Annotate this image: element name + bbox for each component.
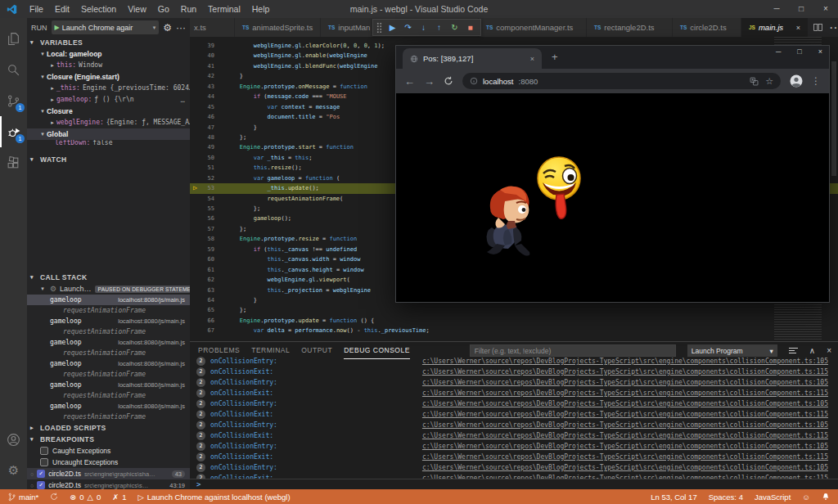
maximize-button[interactable]: □ xyxy=(789,0,813,18)
bookmark-star-icon[interactable]: ☆ xyxy=(765,76,773,87)
tools-indicator[interactable]: ✗ 1 xyxy=(112,493,126,502)
toolbar-drag-handle[interactable] xyxy=(376,22,382,33)
indentation[interactable]: Spaces: 4 xyxy=(709,493,743,502)
console-source-link[interactable]: c:\Users\Werner\source\repos\DevBlogProj… xyxy=(422,464,828,471)
checkbox-unchecked[interactable] xyxy=(40,458,48,466)
stack-frame[interactable]: requestAnimationFrame xyxy=(27,326,190,337)
variables-header[interactable]: ▾VARIABLES xyxy=(27,37,190,48)
new-tab-button[interactable]: + xyxy=(552,51,558,63)
close-button[interactable]: × xyxy=(813,0,838,18)
stack-frame[interactable]: gamelooplocalhost:8080/js/main.js xyxy=(27,295,190,305)
console-source-link[interactable]: c:\Users\Werner\source\repos\DevBlogProj… xyxy=(422,453,828,461)
browser-minimize-button[interactable]: ─ xyxy=(776,47,781,56)
debug-session-select[interactable]: Launch Program ▾ xyxy=(687,344,777,357)
loaded-scripts-header[interactable]: ▸LOADED SCRIPTS xyxy=(27,422,190,434)
address-bar[interactable]: localhost:8080 ☆ xyxy=(462,73,781,89)
call-stack-header[interactable]: ▾CALL STACK xyxy=(27,272,190,283)
variables-row[interactable]: leftDown:false xyxy=(27,140,190,146)
tab-rectangle2D.ts[interactable]: TSrectangle2D.ts xyxy=(587,18,673,37)
console-source-link[interactable]: c:\Users\Werner\source\repos\DevBlogProj… xyxy=(422,421,828,429)
more-editor-actions-icon[interactable]: ··· xyxy=(829,20,838,35)
restart-button[interactable]: ↻ xyxy=(448,23,462,32)
stack-frame[interactable]: requestAnimationFrame xyxy=(27,348,190,358)
variables-row[interactable]: ▾Closure xyxy=(27,106,190,117)
split-editor-icon[interactable] xyxy=(813,23,822,32)
browser-maximize-button[interactable]: □ xyxy=(797,47,801,56)
minimize-button[interactable]: ─ xyxy=(764,0,789,18)
stack-frame[interactable]: requestAnimationFrame xyxy=(27,412,190,421)
tab-circle2D.ts[interactable]: TScircle2D.ts xyxy=(673,18,741,37)
console-source-link[interactable]: c:\Users\Werner\source\repos\DevBlogProj… xyxy=(422,379,828,386)
menu-terminal[interactable]: Terminal xyxy=(202,4,246,14)
sync-icon[interactable] xyxy=(50,493,58,501)
branch-indicator[interactable]: main* xyxy=(8,493,38,502)
console-source-link[interactable]: c:\Users\Werner\source\repos\DevBlogProj… xyxy=(422,411,828,418)
console-source-link[interactable]: c:\Users\Werner\source\repos\DevBlogProj… xyxy=(422,389,828,397)
tab-componentManager.ts[interactable]: TScomponentManager.ts xyxy=(479,18,587,37)
exception-breakpoint-row[interactable]: Caught Exceptions xyxy=(27,445,190,457)
checkbox-checked[interactable]: ✓ xyxy=(37,470,45,478)
stack-frame[interactable]: gamelooplocalhost:8080/js/main.js xyxy=(27,380,190,390)
account-icon[interactable] xyxy=(0,424,27,455)
menu-run[interactable]: Run xyxy=(175,4,202,14)
feedback-smiley-icon[interactable]: ☺ xyxy=(802,493,810,502)
variables-row[interactable]: ▾Global xyxy=(27,128,190,140)
launch-config-dropdown[interactable]: ▶ Launch Chrome agair ▾ xyxy=(52,20,160,34)
variables-row[interactable]: ▸_this:Engine {_previousTime: 6024… xyxy=(27,83,190,94)
tab-x.ts[interactable]: x.ts xyxy=(190,18,235,37)
extensions-icon[interactable] xyxy=(0,147,27,178)
stack-frame[interactable]: gamelooplocalhost:8080/js/main.js xyxy=(27,316,190,326)
tab-close-icon[interactable]: × xyxy=(530,55,534,63)
variables-row[interactable]: ▾Closure (Engine.start) xyxy=(27,71,190,83)
reload-icon[interactable] xyxy=(444,76,453,86)
notifications-bell-icon[interactable] xyxy=(822,493,830,501)
console-source-link[interactable]: c:\Users\Werner\source\repos\DevBlogProj… xyxy=(422,443,828,450)
console-source-link[interactable]: c:\Users\Werner\source\repos\DevBlogProj… xyxy=(422,432,828,439)
more-actions-icon[interactable]: ··· xyxy=(176,22,186,34)
translate-icon[interactable] xyxy=(750,77,759,86)
profile-avatar-icon[interactable] xyxy=(790,74,803,88)
browser-tab[interactable]: Pos: [389,127] × xyxy=(403,48,542,69)
close-panel-icon[interactable]: × xyxy=(827,346,831,355)
editor-scrollbar[interactable] xyxy=(830,37,838,341)
stack-frame[interactable]: gamelooplocalhost:8080/js/main.js xyxy=(27,337,190,348)
step-out-button[interactable]: ↑ xyxy=(432,23,446,32)
stack-frame[interactable]: gamelooplocalhost:8080/js/main.js xyxy=(27,358,190,369)
checkbox-checked[interactable]: ✓ xyxy=(37,481,45,489)
variables-row[interactable]: ▸gameloop:ƒ () {\r\n… xyxy=(27,94,190,106)
source-control-icon[interactable]: 1 xyxy=(0,85,27,116)
search-icon[interactable] xyxy=(0,54,27,85)
stack-frame[interactable]: requestAnimationFrame xyxy=(27,305,190,316)
menu-go[interactable]: Go xyxy=(152,4,175,14)
console-source-link[interactable]: c:\Users\Werner\source\repos\DevBlogProj… xyxy=(422,400,828,407)
breakpoint-row[interactable]: ○✓circle2D.tssrc\engine\graphics\s…43:19 xyxy=(27,479,190,489)
stack-frame[interactable]: gamelooplocalhost:8080/js/main.js xyxy=(27,401,190,412)
cursor-position[interactable]: Ln 53, Col 17 xyxy=(651,493,697,502)
menu-view[interactable]: View xyxy=(122,4,152,14)
checkbox-unchecked[interactable] xyxy=(40,447,48,455)
breakpoint-row[interactable]: ○✓circle2D.tssrc\engine\graphics\sha…43 xyxy=(27,468,190,479)
scrollbar-thumb[interactable] xyxy=(831,61,836,176)
tab-animatedSprite.ts[interactable]: TSanimatedSprite.ts xyxy=(235,18,321,37)
maximize-panel-icon[interactable]: ∧ xyxy=(809,346,815,355)
game-canvas[interactable] xyxy=(396,93,829,302)
menu-file[interactable]: File xyxy=(24,4,49,14)
stop-button[interactable]: ■ xyxy=(463,23,477,32)
start-debug-icon[interactable]: ▶ xyxy=(55,24,60,31)
browser-menu-dots-icon[interactable]: ⋮ xyxy=(811,75,821,87)
launch-task-button[interactable]: ▷ Launch Chrome against localhost (webgl… xyxy=(137,493,290,502)
tab-main.js[interactable]: JSmain.js× xyxy=(741,18,809,37)
clear-console-icon[interactable] xyxy=(789,347,798,354)
problems-indicator[interactable]: ⊗ 0 △ 0 xyxy=(70,493,101,502)
variables-row[interactable]: ▸this:Window xyxy=(27,60,190,71)
back-button[interactable]: ← xyxy=(404,76,415,87)
step-into-button[interactable]: ↓ xyxy=(417,23,430,32)
explorer-icon[interactable] xyxy=(0,23,27,54)
breakpoints-header[interactable]: ▾BREAKPOINTS xyxy=(27,434,190,445)
forward-button[interactable]: → xyxy=(424,76,435,87)
variables-row[interactable]: ▸webglEngine:{Engine: ƒ, MESSAGE_A… xyxy=(27,117,190,128)
step-over-button[interactable]: ↷ xyxy=(401,23,415,32)
watch-header[interactable]: ▾WATCH xyxy=(27,154,190,165)
run-and-debug-icon[interactable]: 1 xyxy=(0,116,27,147)
console-source-link[interactable]: c:\Users\Werner\source\repos\DevBlogProj… xyxy=(422,368,828,376)
